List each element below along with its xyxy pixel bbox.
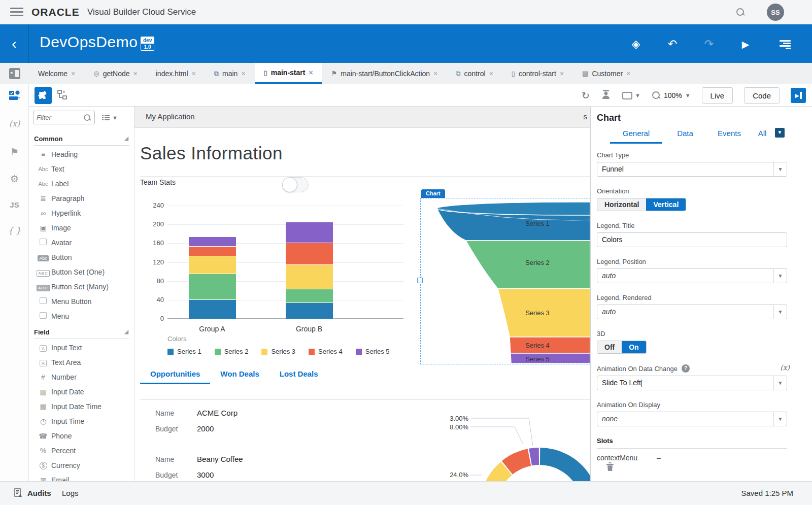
help-icon[interactable]: ? [682, 364, 690, 373]
close-icon[interactable]: × [433, 70, 437, 78]
file-tab-customer[interactable]: ▤Customer× [573, 63, 639, 84]
palette-item-menu[interactable]: Menu [29, 309, 134, 323]
expression-icon[interactable]: (x) [780, 363, 790, 372]
palette-item-percent[interactable]: %Percent [29, 443, 134, 458]
close-icon[interactable]: × [241, 70, 245, 78]
resize-handle[interactable] [417, 278, 423, 283]
threed-off-option[interactable]: Off [597, 341, 622, 353]
file-tab-control[interactable]: ⧉control× [447, 63, 502, 84]
settings-rail-icon[interactable]: ⚙ [0, 173, 29, 185]
zoom-control[interactable]: 100% ▼ [652, 91, 691, 100]
detail-tab-opportunities[interactable]: Opportunities [140, 369, 210, 384]
tab-all[interactable]: All [751, 129, 774, 138]
tab-general[interactable]: General [610, 129, 662, 138]
legend-rendered-select[interactable]: auto▼ [597, 305, 787, 319]
toggle-properties-panel-button[interactable]: ▶ [791, 88, 806, 103]
palette-item-number[interactable]: #Number [29, 369, 134, 384]
javascript-rail-icon[interactable]: JS [0, 200, 29, 209]
palette-item-heading[interactable]: ≡Heading [29, 147, 134, 161]
threed-on-option[interactable]: On [622, 341, 646, 353]
team-stats-label[interactable]: Team Stats [140, 178, 176, 186]
palette-item-image[interactable]: ▣Image [29, 220, 134, 235]
collapse-icon[interactable]: ◢ [124, 329, 128, 334]
funnel-chart[interactable]: Series 1 Series 2 Series 3 Series 4 Seri… [421, 198, 590, 364]
structure-view-icon[interactable] [57, 89, 68, 103]
palette-item-hyperlink[interactable]: ∞Hyperlink [29, 206, 134, 220]
live-button[interactable]: Live [702, 87, 733, 104]
orientation-toggle[interactable]: Horizontal Vertical [597, 198, 686, 211]
actions-rail-icon[interactable]: ⚑ [0, 146, 29, 158]
page-heading[interactable]: Sales Information [140, 143, 283, 163]
palette-item-text[interactable]: AbcText [29, 161, 134, 176]
collapse-panel-icon[interactable] [9, 68, 20, 79]
tab-data[interactable]: Data [662, 129, 708, 138]
redo-icon[interactable]: ↷ [700, 36, 718, 53]
palette-item-avatar[interactable]: Avatar [29, 235, 134, 250]
file-tab-main-start-buttonclickaction[interactable]: ⚑main-start/ButtonClickAction× [322, 63, 447, 84]
funnel-chart-selection[interactable]: Chart Series 1 Series 2 Series 3 Series … [420, 189, 590, 364]
palette-item-input-time[interactable]: ◷Input Time [29, 414, 134, 428]
palette-item-input-date[interactable]: ▦Input Date [29, 384, 134, 399]
components-palette-button[interactable] [35, 87, 52, 104]
close-icon[interactable]: × [626, 70, 630, 78]
palette-item-label[interactable]: AbcLabel [29, 176, 134, 191]
filter-input[interactable] [33, 111, 80, 124]
anim-data-change-input[interactable]: Slide To Left▼ [597, 376, 787, 390]
close-icon[interactable]: × [71, 70, 75, 78]
palette-item-input-text[interactable]: AInput Text [29, 340, 134, 355]
hamburger-menu-icon[interactable] [10, 8, 23, 17]
palette-item-button-set-many-[interactable]: ABCButton Set (Many) [29, 279, 134, 294]
collapse-icon[interactable]: ◢ [124, 136, 128, 141]
detail-tab-won-deals[interactable]: Won Deals [210, 369, 269, 384]
bar-group-a[interactable] [189, 237, 236, 319]
close-icon[interactable]: × [560, 70, 564, 78]
palette-item-paragraph[interactable]: ≣Paragraph [29, 191, 134, 206]
file-tab-index-html[interactable]: index.html× [147, 63, 205, 84]
refresh-icon[interactable]: ↻ [582, 90, 590, 102]
user-avatar[interactable]: SS [767, 4, 784, 21]
orientation-horizontal-option[interactable]: Horizontal [597, 198, 646, 211]
filter-field[interactable] [33, 111, 95, 124]
bar-group-b[interactable] [286, 222, 333, 319]
close-icon[interactable]: × [309, 69, 313, 77]
palette-view-selector[interactable]: ▼ [102, 114, 118, 121]
threed-toggle[interactable]: Off On [597, 341, 647, 354]
anim-display-select[interactable]: none▼ [597, 412, 787, 426]
json-rail-icon[interactable]: { } [0, 226, 29, 235]
variables-rail-icon[interactable]: (x) [0, 119, 29, 128]
tab-events[interactable]: Events [708, 129, 751, 138]
delete-component-icon[interactable] [606, 462, 614, 473]
stacked-bar-chart[interactable]: 04080120160200240 Group AGroup B Colors … [134, 206, 409, 358]
code-button[interactable]: Code [744, 87, 780, 104]
file-tab-getnode[interactable]: ◎getNode× [84, 63, 146, 84]
palette-item-phone[interactable]: ☎Phone [29, 428, 134, 443]
palette-item-currency[interactable]: $Currency [29, 458, 134, 473]
close-icon[interactable]: × [133, 70, 138, 78]
file-tab-main-start[interactable]: ▯main-start× [255, 63, 322, 84]
selection-badge[interactable]: Chart [421, 189, 445, 198]
orientation-vertical-option[interactable]: Vertical [646, 198, 686, 211]
palette-item-button[interactable]: AbcButton [29, 250, 134, 264]
audits-button[interactable]: Audits [27, 489, 51, 497]
import-resources-icon[interactable] [601, 89, 611, 102]
file-tab-control-start[interactable]: ▯control-start× [502, 63, 573, 84]
palette-section-common[interactable]: Common◢ [34, 135, 129, 146]
commit-changes-icon[interactable]: ◈ [627, 36, 645, 53]
legend-title-input[interactable]: Colors [597, 232, 787, 247]
palette-item-text-area[interactable]: AText Area [29, 355, 134, 369]
palette-item-email[interactable]: ✉Email [29, 473, 134, 481]
detail-tab-lost-deals[interactable]: Lost Deals [269, 369, 328, 384]
chart-type-select[interactable]: Funnel▼ [597, 162, 787, 177]
components-rail-icon[interactable] [0, 90, 29, 103]
close-icon[interactable]: × [489, 70, 493, 78]
search-icon[interactable] [736, 8, 745, 19]
logs-button[interactable]: Logs [62, 489, 79, 497]
device-selector[interactable]: ▼ [622, 92, 640, 99]
palette-item-input-date-time[interactable]: ▦Input Date Time [29, 399, 134, 414]
team-stats-toggle[interactable] [282, 177, 309, 192]
undo-icon[interactable]: ↶ [664, 36, 681, 53]
palette-item-menu-button[interactable]: Menu Button [29, 294, 134, 309]
palette-item-button-set-one-[interactable]: ABCButton Set (One) [29, 264, 134, 279]
app-menu-icon[interactable] [773, 36, 791, 53]
pin-properties-icon[interactable]: ▼ [775, 128, 785, 138]
